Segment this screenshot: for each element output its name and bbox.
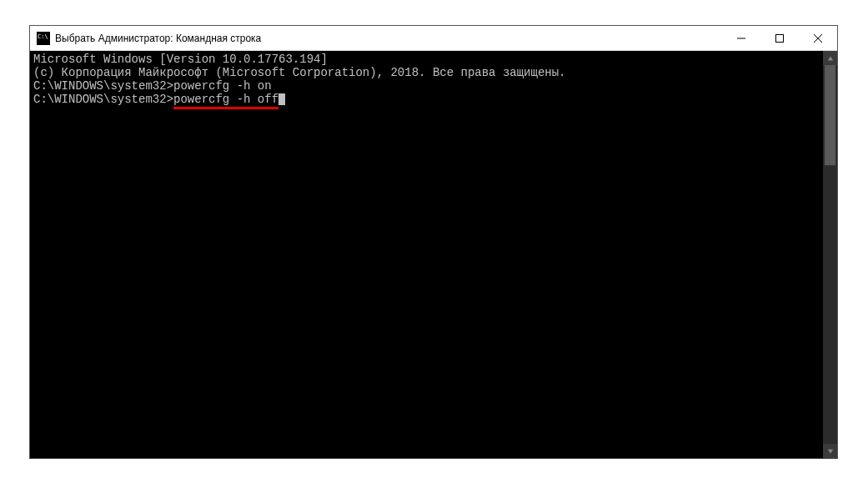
minimize-button[interactable] (722, 26, 760, 50)
text-cursor (278, 93, 285, 105)
close-button[interactable] (799, 26, 837, 50)
svg-rect-1 (776, 34, 784, 42)
prompt-path: C:\WINDOWS\system32> (33, 79, 173, 93)
cmd-window: Выбрать Администратор: Командная строка … (29, 25, 838, 459)
prompt-command-highlighted: powercfg -h off (173, 93, 278, 109)
prompt-path: C:\WINDOWS\system32> (33, 93, 173, 106)
maximize-button[interactable] (760, 26, 799, 50)
scroll-thumb[interactable] (825, 65, 835, 165)
cmd-icon (37, 32, 50, 45)
prompt-line: C:\WINDOWS\system32>powercfg -h off (33, 93, 820, 106)
svg-marker-4 (827, 56, 832, 60)
console-area: Microsoft Windows [Version 10.0.17763.19… (30, 51, 837, 458)
console-output[interactable]: Microsoft Windows [Version 10.0.17763.19… (30, 51, 823, 458)
prompt-command: powercfg -h on (173, 79, 272, 93)
scroll-down-button[interactable] (823, 444, 837, 458)
window-controls (722, 26, 837, 50)
titlebar[interactable]: Выбрать Администратор: Командная строка (30, 26, 837, 51)
window-title: Выбрать Администратор: Командная строка (55, 33, 261, 44)
output-line: (c) Корпорация Майкрософт (Microsoft Cor… (33, 66, 820, 79)
prompt-line: C:\WINDOWS\system32>powercfg -h on (33, 79, 820, 93)
vertical-scrollbar[interactable] (823, 51, 837, 458)
svg-marker-5 (827, 449, 832, 453)
output-line: Microsoft Windows [Version 10.0.17763.19… (33, 53, 820, 66)
scroll-up-button[interactable] (823, 51, 837, 65)
